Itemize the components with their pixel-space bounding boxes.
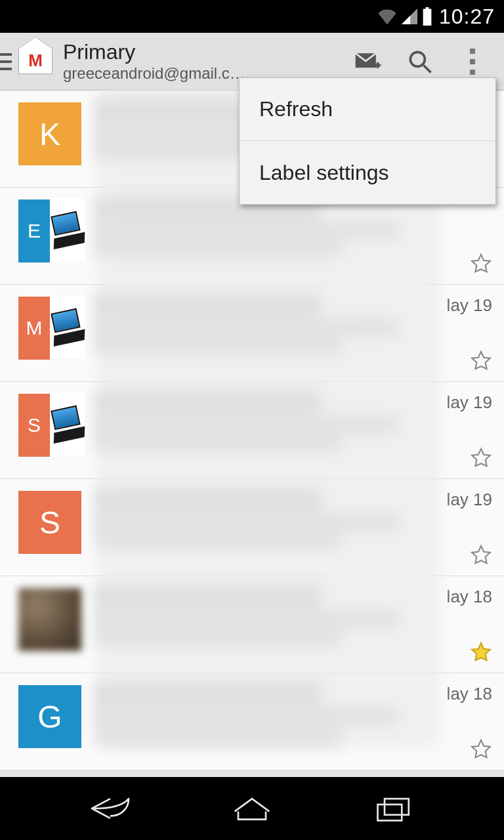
svg-rect-2 <box>385 799 409 815</box>
avatar-letter: S <box>18 394 50 457</box>
avatar-letter: M <box>18 297 50 360</box>
battery-icon <box>422 7 432 26</box>
sender-avatar[interactable]: S <box>18 490 84 555</box>
email-meta: lay 18 <box>432 587 492 666</box>
status-bar: 10:27 <box>0 0 504 33</box>
email-date: lay 19 <box>447 392 492 413</box>
email-meta: lay 19 <box>432 490 492 569</box>
avatar-letter: S <box>18 491 81 554</box>
email-meta: lay 18 <box>432 684 492 763</box>
avatar-letter: G <box>18 685 81 748</box>
email-date: lay 18 <box>447 684 492 704</box>
star-icon[interactable] <box>470 641 492 663</box>
star-icon[interactable] <box>470 253 492 275</box>
email-row[interactable]: Slay 19 <box>0 479 504 576</box>
email-meta: lay 19 <box>432 392 492 472</box>
star-icon[interactable] <box>470 447 492 469</box>
email-row[interactable]: Slay 19 <box>0 382 504 479</box>
navigation-bar <box>0 777 504 840</box>
sender-avatar[interactable]: G <box>18 684 84 749</box>
overflow-popup: Refresh Label settings <box>239 77 496 205</box>
gmail-icon: M <box>17 43 54 80</box>
avatar-thumbnail <box>50 295 85 358</box>
sender-avatar[interactable]: M <box>18 295 84 361</box>
email-meta: lay 19 <box>432 295 492 375</box>
device-screen: 10:27 M Primary greeceandroid@gmail.c… <box>0 0 504 840</box>
popup-item-refresh[interactable]: Refresh <box>240 78 495 141</box>
sender-avatar[interactable] <box>18 587 84 652</box>
sender-avatar[interactable]: E <box>18 198 84 264</box>
status-icons <box>377 7 432 26</box>
email-meta <box>432 198 492 278</box>
email-body <box>100 198 425 260</box>
avatar-thumbnail <box>50 198 85 261</box>
back-button[interactable] <box>71 789 150 828</box>
email-date: lay 19 <box>447 490 492 510</box>
star-icon[interactable] <box>470 738 492 761</box>
title-block[interactable]: Primary greeceandroid@gmail.c… <box>63 40 339 83</box>
svg-point-0 <box>410 52 425 66</box>
sender-avatar[interactable]: S <box>18 392 84 458</box>
email-date: lay 18 <box>447 587 492 607</box>
menu-button[interactable] <box>0 49 12 75</box>
email-row[interactable]: lay 18 <box>0 576 504 673</box>
email-date: lay 19 <box>447 295 492 316</box>
wifi-icon <box>377 9 397 24</box>
sender-avatar[interactable]: K <box>18 101 84 167</box>
cell-signal-icon <box>401 9 418 24</box>
email-body <box>100 295 425 357</box>
app-area: M Primary greeceandroid@gmail.c… KEMlay … <box>0 33 504 777</box>
popup-item-label-settings[interactable]: Label settings <box>240 141 495 204</box>
email-body <box>100 490 425 551</box>
home-button[interactable] <box>213 789 291 828</box>
folder-title: Primary <box>63 40 339 64</box>
avatar-letter: E <box>18 200 50 262</box>
email-body <box>100 587 425 648</box>
star-icon[interactable] <box>470 544 492 566</box>
svg-rect-1 <box>378 805 402 821</box>
email-body <box>100 684 425 746</box>
avatar-thumbnail <box>50 392 85 455</box>
email-row[interactable]: Mlay 19 <box>0 285 504 382</box>
recent-apps-button[interactable] <box>354 789 433 828</box>
email-row[interactable]: Glay 18 <box>0 673 504 770</box>
star-icon[interactable] <box>470 350 492 372</box>
avatar-letter: K <box>18 102 81 165</box>
status-time: 10:27 <box>439 5 495 29</box>
email-body <box>100 392 425 454</box>
